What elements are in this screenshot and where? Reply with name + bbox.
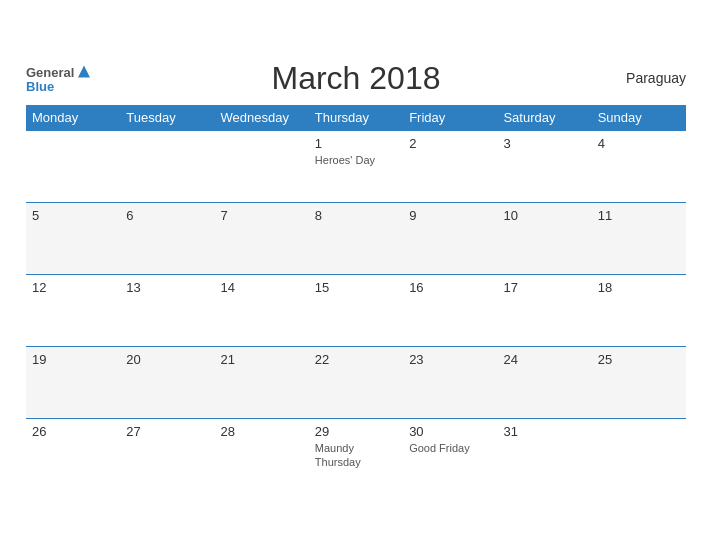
calendar-cell: 9 [403,202,497,274]
calendar-cell: 26 [26,418,120,490]
calendar-cell [26,130,120,202]
calendar-cell [120,130,214,202]
calendar-cell: 8 [309,202,403,274]
calendar-cell: 23 [403,346,497,418]
day-number: 29 [315,424,397,439]
day-number: 22 [315,352,397,367]
calendar-cell: 19 [26,346,120,418]
logo: General Blue [26,64,92,93]
calendar-cell: 5 [26,202,120,274]
calendar-header: General Blue March 2018 Paraguay [26,60,686,97]
calendar-cell: 15 [309,274,403,346]
day-number: 18 [598,280,680,295]
day-number: 2 [409,136,491,151]
week-row-1: 1Heroes' Day234 [26,130,686,202]
weekday-header-row: MondayTuesdayWednesdayThursdayFridaySatu… [26,105,686,131]
calendar-cell: 3 [497,130,591,202]
day-number: 4 [598,136,680,151]
calendar-cell: 1Heroes' Day [309,130,403,202]
week-row-5: 26272829Maundy Thursday30Good Friday31 [26,418,686,490]
calendar-cell: 30Good Friday [403,418,497,490]
holiday-name: Good Friday [409,441,491,455]
calendar-cell: 22 [309,346,403,418]
day-number: 8 [315,208,397,223]
day-number: 28 [221,424,303,439]
weekday-wednesday: Wednesday [215,105,309,131]
holiday-name: Maundy Thursday [315,441,397,470]
week-row-4: 19202122232425 [26,346,686,418]
day-number: 6 [126,208,208,223]
calendar-cell: 7 [215,202,309,274]
day-number: 12 [32,280,114,295]
week-row-2: 567891011 [26,202,686,274]
day-number: 1 [315,136,397,151]
calendar-title: March 2018 [26,60,686,97]
day-number: 26 [32,424,114,439]
calendar-cell: 18 [592,274,686,346]
day-number: 17 [503,280,585,295]
day-number: 3 [503,136,585,151]
weekday-friday: Friday [403,105,497,131]
weekday-monday: Monday [26,105,120,131]
svg-marker-0 [78,66,90,78]
calendar-cell: 17 [497,274,591,346]
weekday-saturday: Saturday [497,105,591,131]
calendar-cell [215,130,309,202]
day-number: 27 [126,424,208,439]
weekday-sunday: Sunday [592,105,686,131]
country-label: Paraguay [626,70,686,86]
logo-blue: Blue [26,80,54,93]
weekday-thursday: Thursday [309,105,403,131]
day-number: 21 [221,352,303,367]
calendar-cell: 2 [403,130,497,202]
week-row-3: 12131415161718 [26,274,686,346]
calendar-container: General Blue March 2018 Paraguay MondayT… [11,50,701,501]
calendar-cell: 20 [120,346,214,418]
calendar-cell: 11 [592,202,686,274]
day-number: 19 [32,352,114,367]
calendar-cell [592,418,686,490]
logo-general: General [26,65,74,78]
day-number: 15 [315,280,397,295]
day-number: 30 [409,424,491,439]
day-number: 24 [503,352,585,367]
calendar-cell: 10 [497,202,591,274]
day-number: 10 [503,208,585,223]
day-number: 20 [126,352,208,367]
calendar-cell: 13 [120,274,214,346]
calendar-cell: 31 [497,418,591,490]
calendar-cell: 6 [120,202,214,274]
day-number: 23 [409,352,491,367]
day-number: 31 [503,424,585,439]
calendar-cell: 12 [26,274,120,346]
day-number: 7 [221,208,303,223]
calendar-cell: 29Maundy Thursday [309,418,403,490]
calendar-cell: 16 [403,274,497,346]
calendar-cell: 21 [215,346,309,418]
calendar-cell: 24 [497,346,591,418]
day-number: 5 [32,208,114,223]
calendar-cell: 4 [592,130,686,202]
calendar-grid: MondayTuesdayWednesdayThursdayFridaySatu… [26,105,686,491]
day-number: 11 [598,208,680,223]
day-number: 16 [409,280,491,295]
day-number: 25 [598,352,680,367]
holiday-name: Heroes' Day [315,153,397,167]
logo-flag-icon [76,64,92,80]
weekday-tuesday: Tuesday [120,105,214,131]
day-number: 9 [409,208,491,223]
calendar-cell: 28 [215,418,309,490]
calendar-cell: 14 [215,274,309,346]
calendar-cell: 25 [592,346,686,418]
day-number: 14 [221,280,303,295]
calendar-cell: 27 [120,418,214,490]
day-number: 13 [126,280,208,295]
